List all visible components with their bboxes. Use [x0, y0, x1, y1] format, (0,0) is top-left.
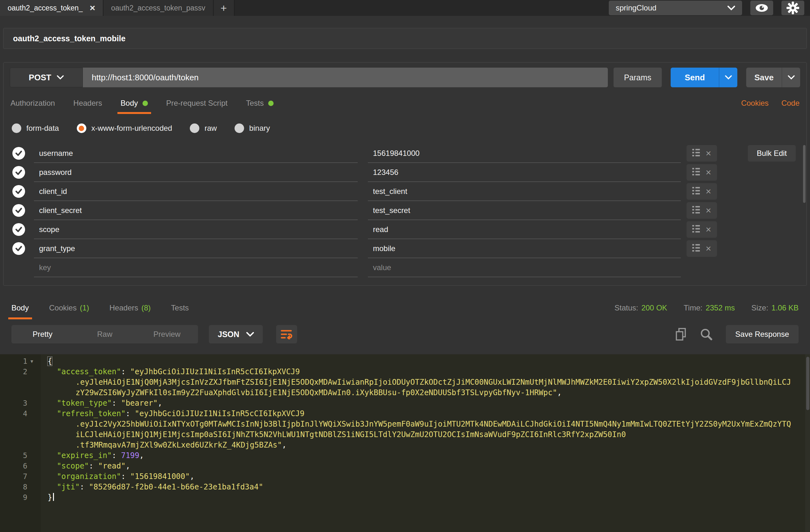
code-text: zY29wZSI6WyJyZWFkIl0sIm9yZ2FuaXphdGlvbiI…	[0, 388, 810, 398]
row-actions: ×	[686, 183, 717, 200]
fold-toggle-icon[interactable]: ▾	[31, 356, 33, 367]
value-cell[interactable]: test_secret	[368, 201, 681, 220]
new-tab-button[interactable]: +	[214, 0, 234, 16]
value-cell[interactable]: 15619841000	[368, 144, 681, 163]
bulk-edit-button[interactable]: Bulk Edit	[748, 145, 796, 162]
url-input[interactable]: http://host1:8000/oauth/token	[83, 68, 608, 87]
value-cell[interactable]: read	[368, 220, 681, 239]
code-link[interactable]: Code	[781, 99, 799, 108]
search-icon[interactable]	[700, 328, 713, 341]
url-text: http://host1:8000/oauth/token	[92, 73, 199, 82]
value-cell[interactable]: mobile	[368, 239, 681, 258]
params-button[interactable]: Params	[614, 68, 662, 87]
send-button[interactable]: Send	[671, 68, 719, 87]
response-tab-headers[interactable]: Headers(8)	[110, 304, 151, 319]
response-tab-body[interactable]: Body	[12, 304, 29, 319]
token	[48, 472, 57, 481]
body-type-selector: form-datax-www-form-urlencodedrawbinary	[12, 124, 798, 133]
row-menu-icon[interactable]	[692, 148, 700, 158]
row-actions: ×	[686, 240, 717, 257]
url-row: POST http://host1:8000/oauth/token Param…	[10, 68, 800, 87]
view-mode-raw[interactable]: Raw	[74, 325, 136, 343]
wrap-text-button[interactable]	[276, 325, 297, 343]
key-cell-placeholder[interactable]: key	[34, 258, 358, 277]
row-menu-icon[interactable]	[692, 206, 700, 215]
row-actions: ×	[686, 145, 717, 162]
tab-tests[interactable]: Tests	[246, 99, 274, 114]
close-tab-icon[interactable]: ×	[90, 3, 96, 13]
view-mode-pretty[interactable]: Pretty	[12, 325, 74, 343]
response-scrollbar-thumb[interactable]	[806, 357, 809, 410]
row-menu-icon[interactable]	[692, 244, 700, 253]
key-cell[interactable]: client_secret	[34, 201, 358, 220]
response-view-mode-group: PrettyRawPreview	[12, 325, 198, 343]
key-cell[interactable]: client_id	[34, 182, 358, 201]
row-menu-icon[interactable]	[692, 167, 700, 177]
row-menu-icon[interactable]	[692, 225, 700, 234]
key-cell[interactable]: password	[34, 163, 358, 182]
key-cell[interactable]: scope	[34, 220, 358, 239]
row-delete-icon[interactable]: ×	[706, 225, 711, 234]
copy-icon[interactable]	[675, 327, 686, 341]
radio-selected[interactable]	[77, 124, 86, 133]
code-text: iLCJleHAiOjE1NjQ1MjE1MjcsImp0aSI6IjNhZTk…	[0, 430, 810, 440]
save-button[interactable]: Save	[746, 68, 782, 87]
response-format-selector[interactable]: JSON	[209, 325, 263, 343]
body-mode-form-data[interactable]: form-data	[12, 124, 59, 133]
row-enabled-checkbox[interactable]	[12, 223, 25, 236]
text-cursor	[53, 493, 54, 501]
radio-unselected[interactable]	[234, 124, 244, 133]
settings-button[interactable]	[781, 1, 804, 15]
token: "expires_in"	[57, 451, 112, 460]
token: "15619841000"	[130, 472, 190, 481]
row-enabled-checkbox[interactable]	[12, 204, 25, 217]
radio-unselected[interactable]	[190, 124, 199, 133]
row-menu-icon[interactable]	[692, 187, 700, 196]
row-delete-icon[interactable]: ×	[706, 206, 711, 215]
save-options-button[interactable]	[782, 68, 800, 87]
row-enabled-checkbox[interactable]	[12, 242, 25, 255]
row-enabled-checkbox[interactable]	[12, 185, 25, 198]
cookies-link[interactable]: Cookies	[741, 99, 769, 108]
tab-headers[interactable]: Headers	[73, 99, 102, 114]
row-delete-icon[interactable]: ×	[706, 148, 711, 158]
token: "scope"	[57, 462, 89, 470]
send-split-button: Send	[671, 68, 737, 87]
tab-body[interactable]: Body	[120, 99, 148, 114]
view-mode-preview[interactable]: Preview	[136, 325, 198, 343]
tab-authorization[interactable]: Authorization	[11, 99, 55, 114]
request-tab[interactable]: oauth2_access_token_passv	[103, 0, 214, 16]
kv-scrollbar-thumb[interactable]	[803, 145, 806, 203]
send-options-button[interactable]	[719, 68, 737, 87]
request-tab[interactable]: oauth2_access_token_×	[0, 0, 103, 16]
value-cell[interactable]: 123456	[368, 163, 681, 182]
token: .eyJleHAiOjE1NjQ0MjA3MjcsInVzZXJfbmFtZSI…	[76, 378, 791, 387]
token: ,	[190, 472, 194, 481]
method-selector[interactable]: POST	[10, 68, 83, 87]
row-enabled-checkbox[interactable]	[12, 166, 25, 179]
environment-quick-look-button[interactable]	[750, 1, 773, 15]
row-delete-icon[interactable]: ×	[706, 167, 711, 177]
body-mode-raw[interactable]: raw	[190, 124, 217, 133]
meta-label: Size:	[751, 304, 768, 312]
save-response-button[interactable]: Save Response	[726, 325, 798, 343]
row-enabled-checkbox[interactable]	[12, 147, 25, 160]
value-cell-placeholder[interactable]: value	[368, 258, 681, 277]
code-line: 8 "jti": "85296d87-f2b0-44e1-b66e-23e1ba…	[0, 482, 810, 492]
value-cell[interactable]: test_client	[368, 182, 681, 201]
row-delete-icon[interactable]: ×	[706, 187, 711, 196]
radio-unselected[interactable]	[12, 124, 21, 133]
environment-selector[interactable]: springCloud	[609, 1, 742, 15]
code-line: .eyJleHAiOjE1NjQ0MjA3MjcsInVzZXJfbmFtZSI…	[0, 377, 810, 388]
row-delete-icon[interactable]: ×	[706, 244, 711, 253]
tab-pre-request-script[interactable]: Pre-request Script	[166, 99, 228, 114]
response-tab-tests[interactable]: Tests	[171, 304, 189, 319]
response-tab-cookies[interactable]: Cookies(1)	[49, 304, 89, 319]
body-mode-binary[interactable]: binary	[234, 124, 270, 133]
key-cell[interactable]: grant_type	[34, 239, 358, 258]
request-tab-strip: oauth2_access_token_×oauth2_access_token…	[0, 0, 234, 16]
body-mode-x-www-form-urlencoded[interactable]: x-www-form-urlencoded	[77, 124, 172, 133]
key-cell[interactable]: username	[34, 144, 358, 163]
token: 7199	[121, 451, 139, 460]
token: :	[121, 367, 130, 376]
